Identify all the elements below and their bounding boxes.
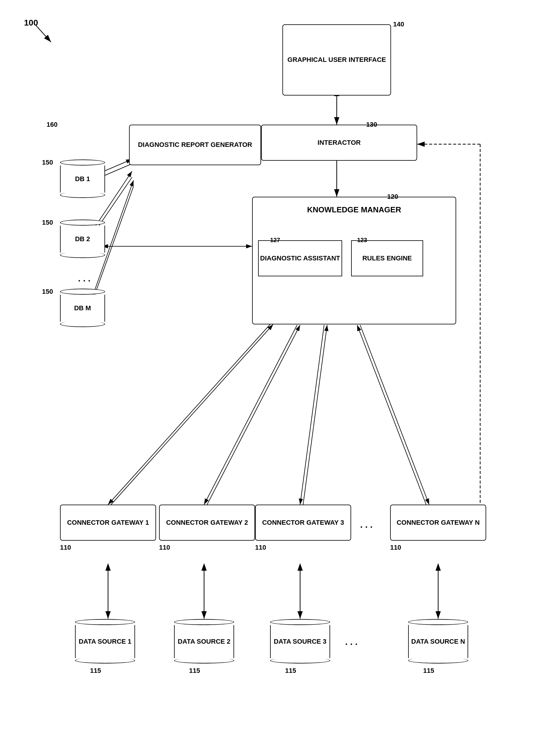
ds3-bottom bbox=[270, 657, 330, 663]
ds2-bottom bbox=[174, 657, 234, 663]
dsn-bottom bbox=[408, 657, 468, 663]
interactor-label: INTERACTOR bbox=[318, 138, 361, 147]
ds3-top bbox=[270, 619, 330, 625]
ds3-body: DATA SOURCE 3 bbox=[270, 625, 330, 658]
dbm-cylinder: DB M bbox=[60, 288, 105, 327]
dots-cg: . . . bbox=[360, 520, 373, 530]
dbm-top bbox=[60, 289, 105, 295]
ref-115-dsn: 115 bbox=[423, 667, 434, 675]
svg-line-18 bbox=[204, 325, 297, 505]
ref-115-ds1: 115 bbox=[90, 667, 101, 675]
ref-110-cgn: 110 bbox=[390, 544, 401, 552]
gui-box: GRAPHICAL USER INTERFACE bbox=[282, 24, 391, 96]
ref-110-cg1: 110 bbox=[60, 544, 71, 552]
re-label: RULES ENGINE bbox=[362, 254, 412, 263]
cg2-label: CONNECTOR GATEWAY 2 bbox=[166, 518, 248, 527]
ds2-top bbox=[174, 619, 234, 625]
dsn-top bbox=[408, 619, 468, 625]
dsn-body: DATA SOURCE N bbox=[408, 625, 468, 658]
ref-110-cg2: 110 bbox=[159, 544, 170, 552]
cg3-box: CONNECTOR GATEWAY 3 bbox=[255, 505, 351, 541]
db1-cylinder: DB 1 bbox=[60, 159, 105, 198]
svg-line-23 bbox=[357, 325, 426, 505]
ds1-cylinder: DATA SOURCE 1 bbox=[75, 619, 135, 664]
cgn-box: CONNECTOR GATEWAY N bbox=[390, 505, 486, 541]
svg-line-20 bbox=[300, 325, 324, 505]
ds1-body: DATA SOURCE 1 bbox=[75, 625, 135, 658]
db2-body: DB 2 bbox=[60, 226, 105, 253]
db2-top bbox=[60, 219, 105, 226]
ds3-cylinder: DATA SOURCE 3 bbox=[270, 619, 330, 664]
svg-line-16 bbox=[108, 324, 270, 505]
cg2-box: CONNECTOR GATEWAY 2 bbox=[159, 505, 255, 541]
dbm-bottom bbox=[60, 321, 105, 327]
ref-115-ds2: 115 bbox=[189, 667, 200, 675]
cg1-label: CONNECTOR GATEWAY 1 bbox=[67, 518, 149, 527]
ref-150-db2: 150 bbox=[42, 219, 53, 227]
ref-160: 160 bbox=[46, 121, 58, 129]
cg3-label: CONNECTOR GATEWAY 3 bbox=[262, 518, 344, 527]
svg-line-22 bbox=[360, 325, 429, 505]
ds2-cylinder: DATA SOURCE 2 bbox=[174, 619, 234, 664]
dsn-cylinder: DATA SOURCE N bbox=[408, 619, 468, 664]
svg-line-21 bbox=[303, 325, 327, 505]
ref-123: 123 bbox=[357, 237, 367, 244]
db2-bottom bbox=[60, 252, 105, 258]
gui-label: GRAPHICAL USER INTERFACE bbox=[287, 56, 386, 64]
re-box: RULES ENGINE bbox=[351, 240, 423, 276]
ref-150-db1: 150 bbox=[42, 159, 53, 167]
da-box: DIAGNOSTIC ASSISTANT bbox=[258, 240, 342, 276]
svg-line-19 bbox=[207, 325, 300, 505]
drg-label: DIAGNOSTIC REPORT GENERATOR bbox=[138, 140, 253, 149]
ref-120: 120 bbox=[387, 193, 398, 201]
dots-db: . . . bbox=[78, 273, 91, 284]
ref-115-ds3: 115 bbox=[285, 667, 296, 675]
db1-bottom bbox=[60, 192, 105, 198]
drg-box: DIAGNOSTIC REPORT GENERATOR bbox=[129, 124, 261, 165]
cgn-label: CONNECTOR GATEWAY N bbox=[397, 518, 480, 527]
ref-110-cg3: 110 bbox=[255, 544, 266, 552]
da-label: DIAGNOSTIC ASSISTANT bbox=[260, 254, 340, 263]
ref-127: 127 bbox=[270, 237, 280, 244]
db1-body: DB 1 bbox=[60, 166, 105, 193]
ref-140: 140 bbox=[393, 20, 404, 28]
ds2-body: DATA SOURCE 2 bbox=[174, 625, 234, 658]
ref-150-dbm: 150 bbox=[42, 288, 53, 295]
db2-cylinder: DB 2 bbox=[60, 219, 105, 258]
dots-ds: . . . bbox=[345, 637, 358, 647]
interactor-box: INTERACTOR bbox=[261, 124, 417, 161]
cg1-box: CONNECTOR GATEWAY 1 bbox=[60, 505, 156, 541]
db1-top bbox=[60, 159, 105, 166]
svg-line-17 bbox=[111, 324, 273, 505]
ref-130: 130 bbox=[366, 121, 377, 129]
km-label: KNOWLEDGE MANAGER bbox=[307, 205, 401, 215]
svg-line-30 bbox=[36, 25, 51, 42]
ds1-top bbox=[75, 619, 135, 625]
ds1-bottom bbox=[75, 657, 135, 663]
dbm-body: DB M bbox=[60, 295, 105, 322]
